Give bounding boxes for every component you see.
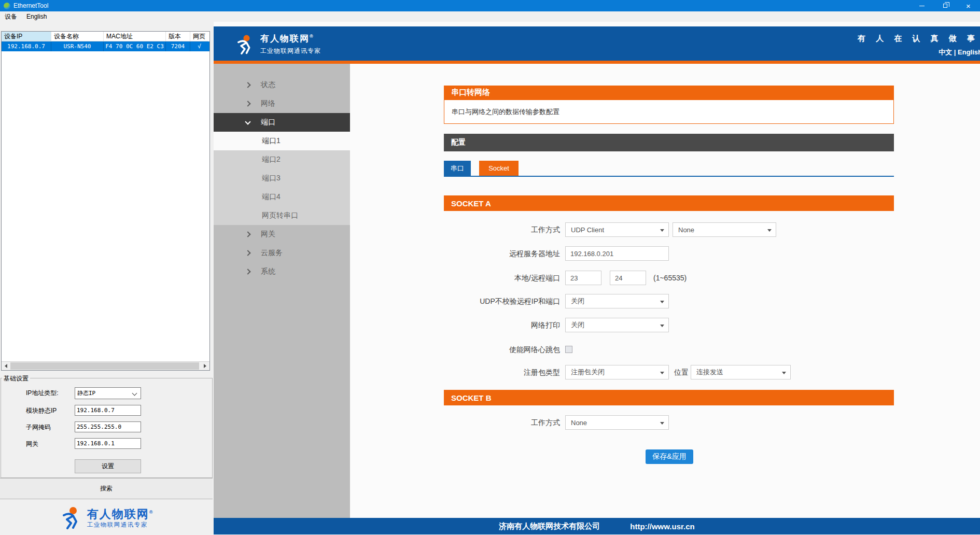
window-title: EthernetTool <box>13 2 48 9</box>
dropdown-arrow-icon <box>660 422 664 425</box>
local-port-field[interactable] <box>565 271 601 285</box>
nav-item-port2[interactable]: 端口2 <box>214 150 350 169</box>
nav-item-port4[interactable]: 端口4 <box>214 188 350 206</box>
chevron-right-icon <box>245 101 250 106</box>
save-apply-button[interactable]: 保存&应用 <box>646 449 693 464</box>
brand-slogan: 工业物联网通讯专家 <box>87 521 154 529</box>
nav-item-gateway[interactable]: 网关 <box>214 225 350 244</box>
device-row[interactable]: 192.168.0.7 USR-N540 F4 70 0C 60 E2 C3 7… <box>2 41 209 51</box>
column-device-name[interactable]: 设备名称 <box>51 32 104 41</box>
static-ip-field[interactable] <box>75 405 141 416</box>
chevron-right-icon <box>245 269 250 274</box>
ports-range-hint: (1~65535) <box>653 271 687 285</box>
nav-item-status[interactable]: 状态 <box>214 76 350 94</box>
nav-item-port3[interactable]: 端口3 <box>214 169 350 188</box>
menubar: 设备 English <box>0 11 980 22</box>
basic-settings-group: 基础设置 IP地址类型: 静态IP 模块静态IP 子网掩码 网关 设置 <box>1 378 213 478</box>
work-mode-select[interactable]: UDP Client <box>565 222 669 237</box>
socket-b-header: SOCKET B <box>444 390 894 405</box>
work-mode-label: 工作方式 <box>444 222 560 237</box>
net-print-select[interactable]: 关闭 <box>565 318 669 332</box>
footer-company: 济南有人物联网技术有限公司 <box>499 522 600 531</box>
page-description: 串口与网络之间的数据传输参数配置 <box>444 100 894 124</box>
language-switch[interactable]: 中文 | English <box>939 48 980 57</box>
socket-b-work-mode-label: 工作方式 <box>444 415 560 430</box>
device-web-link[interactable]: √ <box>190 41 208 51</box>
column-web[interactable]: 网页 <box>190 32 208 41</box>
close-button[interactable]: × <box>957 0 980 11</box>
dropdown-arrow-icon <box>660 229 664 232</box>
page-content: 串口转网络 串口与网络之间的数据传输参数配置 配置 串口 Socket SOCK… <box>444 22 894 518</box>
web-footer: 济南有人物联网技术有限公司 http://www.usr.cn <box>214 518 980 534</box>
nav-item-cloud[interactable]: 云服务 <box>214 244 350 262</box>
regpkt-row: 注册包类型 注册包关闭 位置 连接发送 <box>444 365 894 379</box>
ports-row: 本地/远程端口 (1~65535) <box>444 271 894 285</box>
udp-check-label: UDP不校验远程IP和端口 <box>444 294 560 308</box>
remote-server-row: 远程服务器地址 <box>444 246 894 261</box>
column-version[interactable]: 版本 <box>166 32 190 41</box>
dropdown-arrow-icon <box>782 372 786 374</box>
remote-server-label: 远程服务器地址 <box>444 246 560 261</box>
ports-label: 本地/远程端口 <box>444 271 560 285</box>
page-title: 串口转网络 <box>444 86 894 100</box>
gateway-label: 网关 <box>26 438 38 449</box>
work-mode-secondary-select[interactable]: None <box>673 222 776 237</box>
menu-english[interactable]: English <box>22 11 51 22</box>
nav-item-network[interactable]: 网络 <box>214 94 350 113</box>
search-button[interactable]: 搜索 <box>0 478 213 499</box>
restore-button[interactable] <box>933 0 957 11</box>
dropdown-arrow-icon <box>660 325 664 327</box>
device-ip-cell: 192.168.0.7 <box>2 41 51 51</box>
heartbeat-row: 使能网络心跳包 <box>444 342 894 357</box>
registered-mark: ® <box>149 510 154 515</box>
horizontal-scrollbar[interactable] <box>2 361 209 370</box>
device-version-cell: 7204 <box>166 41 190 51</box>
work-mode-row: 工作方式 UDP Client None <box>444 222 894 237</box>
device-list-header: 设备IP 设备名称 MAC地址 版本 网页 <box>2 32 209 41</box>
minimize-icon <box>919 6 925 6</box>
chevron-down-icon <box>132 391 137 396</box>
scrollbar-thumb[interactable] <box>10 362 199 370</box>
net-print-label: 网络打印 <box>444 318 560 332</box>
device-name-cell: USR-N540 <box>51 41 104 51</box>
scroll-right-button[interactable] <box>201 362 209 370</box>
subnet-field[interactable] <box>75 421 141 432</box>
web-header-logo: 有人物联网® 工业物联网通讯专家 <box>234 33 321 55</box>
chevron-right-icon <box>245 82 250 88</box>
nav-item-port[interactable]: 端口 <box>214 113 350 132</box>
basic-settings-title: 基础设置 <box>2 374 30 383</box>
heartbeat-checkbox[interactable] <box>565 346 572 353</box>
nav-item-web-to-serial[interactable]: 网页转串口 <box>214 206 350 225</box>
scroll-left-icon <box>5 364 7 368</box>
column-device-ip[interactable]: 设备IP <box>2 32 51 41</box>
socket-b-work-mode-row: 工作方式 None <box>444 415 894 430</box>
subnet-label: 子网掩码 <box>26 421 51 433</box>
dropdown-arrow-icon <box>660 301 664 303</box>
remote-port-field[interactable] <box>610 271 646 285</box>
ip-type-value: 静态IP <box>77 389 95 397</box>
tab-serial[interactable]: 串口 <box>444 161 471 176</box>
remote-server-field[interactable] <box>565 246 669 261</box>
scroll-left-button[interactable] <box>2 362 10 370</box>
socket-b-work-mode-select[interactable]: None <box>565 415 669 430</box>
dropdown-arrow-icon <box>767 229 772 232</box>
gateway-field[interactable] <box>75 438 141 449</box>
restore-icon <box>943 4 947 8</box>
device-listview: 设备IP 设备名称 MAC地址 版本 网页 192.168.0.7 USR-N5… <box>1 31 210 371</box>
panel-brand: 有人物联网® 工业物联网通讯专家 <box>0 505 213 529</box>
tab-socket[interactable]: Socket <box>479 161 519 176</box>
udp-check-select[interactable]: 关闭 <box>565 294 669 308</box>
regpkt-select[interactable]: 注册包关闭 <box>565 365 669 379</box>
menu-device[interactable]: 设备 <box>0 11 22 22</box>
ip-type-select[interactable]: 静态IP <box>75 387 141 399</box>
nav-item-port1[interactable]: 端口1 <box>214 132 350 150</box>
set-button[interactable]: 设置 <box>75 459 141 473</box>
scroll-right-icon <box>204 364 206 368</box>
brand-name: 有人物联网 <box>260 34 310 44</box>
app-icon <box>4 3 10 9</box>
nav-item-system[interactable]: 系统 <box>214 262 350 281</box>
brand-name: 有人物联网 <box>87 508 149 521</box>
regpkt-pos-select[interactable]: 连接发送 <box>691 365 791 379</box>
minimize-button[interactable] <box>910 0 933 11</box>
column-mac[interactable]: MAC地址 <box>104 32 166 41</box>
